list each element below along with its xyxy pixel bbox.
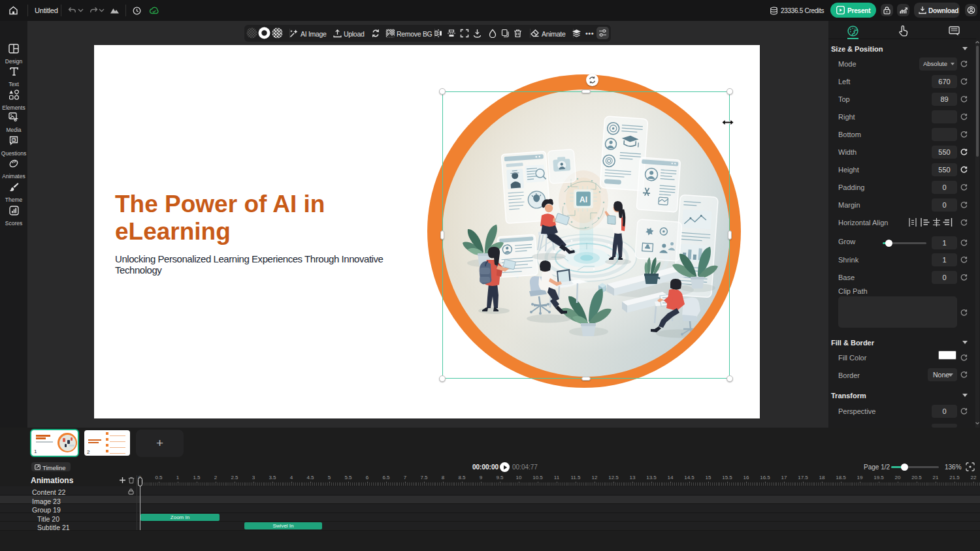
svg-text:?: ? xyxy=(13,138,15,142)
